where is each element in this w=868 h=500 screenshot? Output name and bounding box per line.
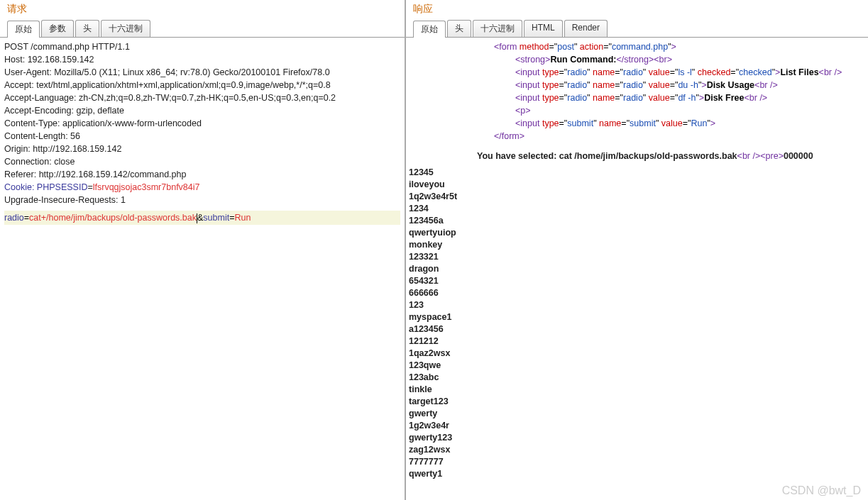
attr-val: command.php: [612, 42, 668, 52]
password-item: 121212: [409, 335, 865, 348]
req-line: User-Agent: Mozilla/5.0 (X11; Linux x86_…: [4, 66, 400, 79]
req-line: Referer: http://192.168.159.142/command.…: [4, 168, 400, 181]
request-title: 请求: [0, 0, 405, 17]
req-line: Upgrade-Insecure-Requests: 1: [4, 194, 400, 206]
req-line: Content-Type: application/x-www-form-url…: [4, 117, 400, 130]
post-key: submit: [203, 213, 229, 223]
response-title: 响应: [406, 0, 868, 17]
password-item: 1g2w3e4r: [409, 420, 865, 432]
password-item: 12345: [409, 167, 865, 179]
password-item: 1q2w3e4r5t: [409, 191, 865, 203]
selected-line: You have selected: cat /home/jim/backups…: [477, 150, 865, 162]
src-line: <input type="submit" name="submit" value…: [515, 117, 865, 130]
src-line: <strong>Run Command:</strong><br>: [515, 53, 865, 66]
cookie-val: lfsrvqgjsojac3smr7bnfv84i7: [93, 182, 200, 192]
response-body[interactable]: <form method="post" action="command.php"…: [406, 38, 868, 500]
request-panel: 请求 原始 参数 头 十六进制 POST /command.php HTTP/1…: [0, 0, 406, 500]
req-line: Accept-Encoding: gzip, deflate: [4, 104, 400, 117]
first-password: 000000: [784, 151, 813, 161]
password-item: qwertyuiop: [409, 227, 865, 239]
password-item: 1qaz2wsx: [409, 348, 865, 360]
request-body[interactable]: POST /command.php HTTP/1.1 Host: 192.168…: [0, 38, 405, 500]
radio-label: Disk Free: [704, 93, 744, 103]
post-body[interactable]: radio=cat+/home/jim/backups/old-password…: [4, 211, 400, 225]
password-item: qwerty1: [409, 468, 865, 480]
tab-headers[interactable]: 头: [447, 20, 471, 37]
radio-label: Disk Usage: [707, 80, 754, 90]
req-line: Origin: http://192.168.159.142: [4, 143, 400, 155]
password-item: dragon: [409, 263, 865, 275]
request-tabs: 原始 参数 头 十六进制: [0, 17, 405, 38]
src-line: <p>: [515, 104, 865, 117]
tab-html[interactable]: HTML: [524, 20, 563, 37]
post-val: cat+/home/jim/backups/old-passwords.bak: [29, 213, 197, 223]
attr-val: df -h: [678, 93, 696, 103]
password-item: 123qwe: [409, 360, 865, 372]
password-item: myspace1: [409, 311, 865, 323]
req-line: Accept: text/html,application/xhtml+xml,…: [4, 79, 400, 91]
src-line: <input type="radio" name="radio" value="…: [515, 66, 865, 79]
attr-val: checked: [739, 67, 772, 77]
password-item: 123: [409, 299, 865, 311]
password-item: gwerty123: [409, 432, 865, 444]
strong-text: Run Command:: [550, 55, 616, 65]
password-item: 1234: [409, 203, 865, 215]
password-item: 123456a: [409, 215, 865, 227]
attr-val: ls -l: [678, 67, 691, 77]
password-item: 666666: [409, 287, 865, 299]
req-line: POST /command.php HTTP/1.1: [4, 40, 400, 53]
tab-headers[interactable]: 头: [75, 20, 99, 37]
selected-prefix: You have selected:: [477, 151, 559, 161]
tab-hex[interactable]: 十六进制: [101, 20, 150, 37]
attr-val: post: [557, 42, 574, 52]
password-item: monkey: [409, 239, 865, 251]
src-line: <input type="radio" name="radio" value="…: [515, 79, 865, 91]
post-val: Run: [234, 213, 251, 223]
password-item: 123abc: [409, 372, 865, 384]
password-item: gwerty: [409, 408, 865, 420]
password-item: 123321: [409, 251, 865, 263]
req-line: Accept-Language: zh-CN,zh;q=0.8,zh-TW;q=…: [4, 91, 400, 104]
html-source: <form method="post" action="command.php"…: [494, 40, 865, 143]
req-line: Content-Length: 56: [4, 130, 400, 143]
password-item: 7777777: [409, 456, 865, 468]
tab-hex[interactable]: 十六进制: [473, 20, 522, 37]
response-tabs: 原始 头 十六进制 HTML Render: [406, 17, 868, 38]
attr-val: Run: [691, 118, 707, 128]
req-cookie: Cookie: PHPSESSID=lfsrvqgjsojac3smr7bnfv…: [4, 181, 400, 194]
src-line: <input type="radio" name="radio" value="…: [515, 91, 865, 104]
password-item: target123: [409, 396, 865, 408]
response-panel: 响应 原始 头 十六进制 HTML Render <form method="p…: [406, 0, 868, 500]
src-line: <form method="post" action="command.php"…: [494, 40, 865, 53]
password-item: 654321: [409, 275, 865, 287]
post-key: radio: [4, 213, 24, 223]
tab-raw[interactable]: 原始: [7, 21, 40, 38]
password-list: 12345iloveyou1q2w3e4r5t1234123456aqwerty…: [409, 167, 865, 480]
src-line: </form>: [494, 130, 865, 143]
req-line: Connection: close: [4, 155, 400, 168]
selected-cmd: cat /home/jim/backups/old-passwords.bak: [559, 151, 737, 161]
password-item: iloveyou: [409, 179, 865, 191]
cookie-key: Cookie: PHPSESSID: [4, 182, 87, 192]
password-item: tinkle: [409, 384, 865, 396]
tab-params[interactable]: 参数: [41, 20, 74, 37]
tab-render[interactable]: Render: [564, 20, 608, 37]
radio-label: List Files: [780, 67, 818, 77]
attr-val: du -h: [678, 80, 698, 90]
password-item: zag12wsx: [409, 444, 865, 456]
req-line: Host: 192.168.159.142: [4, 53, 400, 66]
password-item: a123456: [409, 323, 865, 335]
tab-raw[interactable]: 原始: [413, 21, 446, 38]
